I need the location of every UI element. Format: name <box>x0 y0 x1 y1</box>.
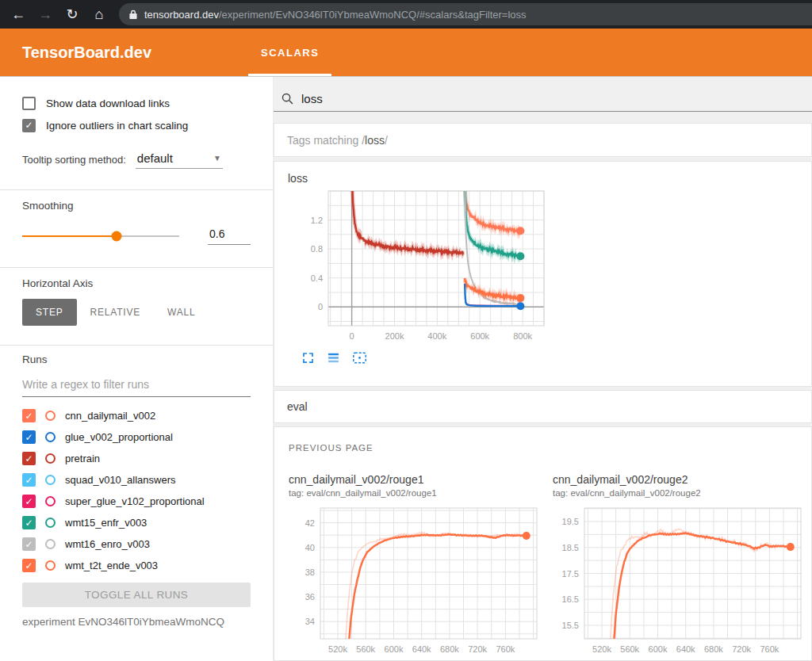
svg-text:19.5: 19.5 <box>562 517 579 526</box>
smoothing-label: Smoothing <box>22 200 251 212</box>
run-checkbox[interactable]: ✓ <box>22 495 36 508</box>
run-color-circle <box>45 560 56 571</box>
svg-text:400k: 400k <box>427 331 446 341</box>
settings-sidebar: ✓ Show data download links ✓ Ignore outl… <box>0 77 274 661</box>
run-color-circle <box>45 496 56 506</box>
run-name: wmt_t2t_ende_v003 <box>65 560 158 571</box>
loss-chart-title: loss <box>288 172 811 185</box>
home-icon[interactable]: ⌂ <box>86 3 113 25</box>
runs-label: Runs <box>22 353 251 365</box>
rouge1-title: cnn_dailymail_v002/rouge1 <box>289 473 546 486</box>
eval-section-header[interactable]: eval <box>274 390 812 423</box>
svg-text:800k: 800k <box>513 331 532 341</box>
smoothing-value-field[interactable]: 0.6 <box>208 227 251 245</box>
url-text: tensorboard.dev/experiment/EvNO346lT0iYb… <box>144 9 527 21</box>
axis-wall-button[interactable]: WALL <box>154 299 209 326</box>
svg-text:520k: 520k <box>328 644 347 654</box>
tag-filter-row <box>274 86 812 112</box>
run-color-circle <box>45 411 56 421</box>
tooltip-sorting-select[interactable]: default ▼ <box>136 151 223 169</box>
run-row[interactable]: ✓ cnn_dailymail_v002 <box>22 405 251 426</box>
svg-text:520k: 520k <box>592 644 611 654</box>
horizontal-axis-label: Horizontal Axis <box>22 277 251 289</box>
axis-relative-button[interactable]: RELATIVE <box>77 299 155 326</box>
rouge2-chart[interactable]: 520k560k600k640k680k720k760k15.516.517.5… <box>553 505 810 659</box>
toggle-all-runs-button[interactable]: TOGGLE ALL RUNS <box>22 583 251 607</box>
app-brand: TensorBoard.dev <box>22 44 151 62</box>
rouge1-chart-block: cnn_dailymail_v002/rouge1 tag: eval/cnn_… <box>289 473 546 659</box>
svg-text:680k: 680k <box>440 644 459 654</box>
loss-section-card: loss 0200k400k600k800k00.40.81.2 <box>274 161 812 387</box>
svg-text:720k: 720k <box>732 644 751 654</box>
checkbox-unchecked-icon[interactable]: ✓ <box>22 97 36 110</box>
runs-list: ✓ cnn_dailymail_v002 ✓ glue_v002_proport… <box>22 405 251 576</box>
search-icon <box>281 92 294 105</box>
run-checkbox[interactable]: ✓ <box>22 516 36 529</box>
svg-text:36: 36 <box>305 592 315 602</box>
back-icon[interactable]: ← <box>5 3 32 25</box>
svg-text:40: 40 <box>305 543 315 552</box>
eval-section-card: PREVIOUS PAGE cnn_dailymail_v002/rouge1 … <box>274 426 812 661</box>
run-checkbox[interactable]: ✓ <box>22 559 36 572</box>
svg-text:200k: 200k <box>385 331 404 341</box>
run-row[interactable]: ✓ glue_v002_proportional <box>22 426 251 448</box>
checkbox-checked-icon[interactable]: ✓ <box>22 119 36 132</box>
tab-scalars[interactable]: SCALARS <box>247 29 333 76</box>
svg-text:38: 38 <box>305 567 315 577</box>
svg-text:760k: 760k <box>496 644 515 654</box>
svg-text:640k: 640k <box>676 644 695 654</box>
run-color-circle <box>45 453 56 464</box>
loss-chart[interactable]: 0200k400k600k800k00.40.81.2 <box>279 186 549 346</box>
rouge2-tag: tag: eval/cnn_dailymail_v002/rouge2 <box>553 488 810 498</box>
run-row[interactable]: ✓ wmt15_enfr_v003 <box>22 512 251 533</box>
reload-icon[interactable]: ↻ <box>59 3 86 25</box>
address-bar[interactable]: tensorboard.dev/experiment/EvNO346lT0iYb… <box>119 3 812 25</box>
runs-selector-icon[interactable] <box>327 351 340 365</box>
svg-text:760k: 760k <box>760 644 779 654</box>
svg-text:1.2: 1.2 <box>311 216 323 225</box>
run-checkbox[interactable]: ✓ <box>22 537 36 551</box>
show-download-links-checkbox-row[interactable]: ✓ Show data download links <box>22 94 251 112</box>
slider-fill <box>22 235 117 237</box>
forward-icon[interactable]: → <box>32 3 59 25</box>
tag-search-input[interactable] <box>301 92 619 105</box>
run-row[interactable]: ✓ wmt16_enro_v003 <box>22 533 251 555</box>
run-row[interactable]: ✓ super_glue_v102_proportional <box>22 491 251 512</box>
run-row[interactable]: ✓ wmt_t2t_ende_v003 <box>22 555 251 576</box>
runs-filter-input[interactable] <box>22 372 251 397</box>
expand-chart-icon[interactable] <box>301 351 315 365</box>
svg-text:560k: 560k <box>356 644 375 654</box>
run-name: glue_v002_proportional <box>65 431 173 443</box>
rouge1-chart[interactable]: 520k560k600k640k680k720k760k3436384042 <box>289 505 546 659</box>
svg-text:0: 0 <box>350 331 354 341</box>
previous-page-button[interactable]: PREVIOUS PAGE <box>289 443 373 453</box>
fit-domain-icon[interactable] <box>352 351 367 365</box>
svg-text:16.5: 16.5 <box>562 594 579 604</box>
run-name: cnn_dailymail_v002 <box>65 410 155 422</box>
axis-step-button[interactable]: STEP <box>22 299 77 326</box>
run-name: wmt15_enfr_v003 <box>65 517 147 529</box>
ignore-outliers-checkbox-row[interactable]: ✓ Ignore outliers in chart scaling <box>22 117 251 134</box>
run-row[interactable]: ✓ pretrain <box>22 448 251 469</box>
slider-thumb[interactable] <box>111 231 121 242</box>
tab-active-underline <box>248 74 331 76</box>
run-checkbox[interactable]: ✓ <box>22 452 36 465</box>
svg-text:0: 0 <box>318 302 323 311</box>
svg-text:720k: 720k <box>468 644 487 654</box>
run-row[interactable]: ✓ squad_v010_allanswers <box>22 469 251 491</box>
run-checkbox[interactable]: ✓ <box>22 430 36 444</box>
main-panel: Tags matching /loss/ loss 0200k400k600k8… <box>274 77 812 661</box>
svg-text:17.5: 17.5 <box>562 569 579 579</box>
run-checkbox[interactable]: ✓ <box>22 473 36 487</box>
run-name: super_glue_v102_proportional <box>65 495 205 507</box>
run-checkbox[interactable]: ✓ <box>22 409 36 422</box>
svg-text:0.4: 0.4 <box>311 273 323 283</box>
svg-text:680k: 680k <box>704 644 723 654</box>
run-name: wmt16_enro_v003 <box>65 538 150 550</box>
svg-text:0.8: 0.8 <box>311 244 323 254</box>
tooltip-sorting-label: Tooltip sorting method: <box>22 154 126 169</box>
svg-text:640k: 640k <box>412 644 431 654</box>
smoothing-slider[interactable] <box>22 231 179 242</box>
experiment-id-label: experiment EvNO346lT0iYbmeaWmoNCQ <box>22 616 251 628</box>
browser-toolbar: ← → ↻ ⌂ tensorboard.dev/experiment/EvNO3… <box>0 0 812 29</box>
